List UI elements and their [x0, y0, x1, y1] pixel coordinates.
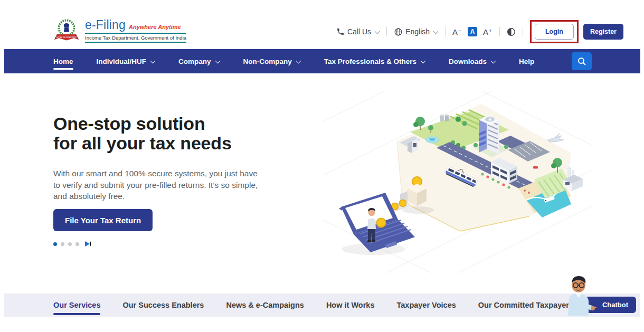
font-increase-button[interactable]: A⁺: [483, 28, 493, 36]
chevron-down-icon: [215, 59, 220, 64]
nav-item-label: Company: [178, 58, 211, 65]
hero-title: One-stop solution for all your tax needs: [53, 114, 232, 153]
carousel-dots: [53, 242, 79, 246]
font-decrease-button[interactable]: A⁻: [452, 28, 462, 36]
hero-title-line2: for all your tax needs: [53, 133, 232, 153]
chevron-down-icon: [375, 30, 380, 34]
nav-item-label: Downloads: [449, 58, 487, 65]
chevron-down-icon: [150, 59, 155, 64]
nav-item-non-company[interactable]: Non-Company: [243, 49, 301, 73]
login-highlight-box: Login: [530, 20, 579, 43]
chatbot-label: Chatbot: [602, 301, 628, 309]
chevron-down-icon: [491, 59, 496, 64]
carousel-dot[interactable]: [75, 242, 79, 246]
chatbot-widget[interactable]: Chatbot: [558, 273, 638, 316]
call-us-label: Call Us: [347, 27, 371, 36]
tab-news-e-campaigns[interactable]: News & e-Campaigns: [226, 293, 304, 317]
nav-item-home[interactable]: Home: [53, 49, 73, 73]
tab-our-success-enablers[interactable]: Our Success Enablers: [122, 293, 204, 317]
tab-label: Our Services: [53, 301, 100, 309]
divider: [445, 27, 446, 36]
login-button[interactable]: Login: [535, 24, 574, 40]
brand-name: e-Filing: [85, 18, 126, 32]
contrast-icon: [507, 27, 516, 36]
phone-icon: [336, 27, 345, 36]
nav-item-label: Home: [53, 58, 73, 65]
call-us-menu[interactable]: Call Us: [336, 27, 380, 36]
language-menu[interactable]: English: [394, 27, 438, 36]
carousel-dot[interactable]: [61, 242, 64, 246]
income-tax-emblem-icon: INCOME TAX DEPARTMENT: [53, 18, 80, 43]
font-size-controls: A⁻ A A⁺: [452, 27, 493, 36]
divider: [499, 27, 500, 36]
search-icon: [577, 56, 586, 66]
svg-text:INCOME TAX DEPARTMENT: INCOME TAX DEPARTMENT: [56, 36, 77, 39]
header: INCOME TAX DEPARTMENT e-Filing Anywhere …: [0, 0, 644, 49]
file-return-button[interactable]: File Your Tax Return: [53, 209, 153, 231]
main-nav: Home Individual/HUF Company Non-Company …: [4, 49, 640, 73]
chevron-down-icon: [421, 59, 425, 64]
nav-item-label: Tax Professionals & Others: [324, 58, 416, 65]
nav-item-label: Non-Company: [243, 58, 292, 65]
hero-title-line1: One-stop solution: [53, 113, 205, 134]
header-utility-bar: Call Us English A⁻ A A⁺ Login: [336, 25, 623, 39]
divider: [523, 27, 523, 36]
nav-item-label: Help: [519, 58, 534, 65]
nav-item-downloads[interactable]: Downloads: [449, 49, 496, 73]
register-button[interactable]: Register: [583, 24, 623, 40]
nav-item-label: Individual/HUF: [97, 58, 147, 65]
hero-section: One-stop solution for all your tax needs…: [0, 73, 644, 293]
chatbot-avatar-icon: [558, 273, 596, 316]
nav-item-help[interactable]: Help: [519, 49, 534, 73]
tab-label: Taxpayer Voices: [396, 301, 456, 309]
tab-label: How it Works: [326, 301, 375, 309]
tab-how-it-works[interactable]: How it Works: [326, 293, 375, 317]
divider: [386, 27, 387, 36]
globe-icon: [394, 27, 403, 36]
airplane-icon: [547, 134, 564, 142]
hero-description: With our smart and 100% secure systems, …: [53, 168, 263, 202]
nav-item-individual-huf[interactable]: Individual/HUF: [97, 49, 156, 73]
tab-label: News & e-Campaigns: [226, 301, 304, 309]
chevron-down-icon: [433, 30, 438, 34]
carousel-play-button[interactable]: [85, 241, 91, 246]
logo-text: e-Filing Anywhere Anytime Income Tax Dep…: [85, 18, 186, 43]
carousel-controls: [53, 241, 91, 246]
carousel-dot[interactable]: [53, 242, 57, 246]
contrast-toggle[interactable]: [507, 27, 516, 36]
efiling-logo[interactable]: INCOME TAX DEPARTMENT e-Filing Anywhere …: [53, 18, 186, 43]
brand-tagline: Anywhere Anytime: [129, 24, 181, 30]
nav-item-company[interactable]: Company: [178, 49, 220, 73]
search-button[interactable]: [572, 52, 592, 70]
chevron-down-icon: [296, 59, 301, 64]
efiling-homepage: INCOME TAX DEPARTMENT e-Filing Anywhere …: [0, 0, 644, 332]
hero-illustration: H: [323, 91, 592, 273]
tab-our-services[interactable]: Our Services: [53, 293, 100, 317]
tab-label: Our Success Enablers: [122, 301, 204, 309]
brand-subtitle: Income Tax Department, Government of Ind…: [85, 33, 186, 43]
carousel-dot[interactable]: [68, 242, 72, 246]
svg-text:H: H: [488, 118, 491, 121]
tab-taxpayer-voices[interactable]: Taxpayer Voices: [396, 293, 456, 317]
language-label: English: [405, 27, 430, 36]
nav-item-tax-professionals[interactable]: Tax Professionals & Others: [324, 49, 425, 73]
section-tabs: Our Services Our Success Enablers News &…: [4, 293, 640, 317]
font-default-button[interactable]: A: [468, 27, 477, 36]
